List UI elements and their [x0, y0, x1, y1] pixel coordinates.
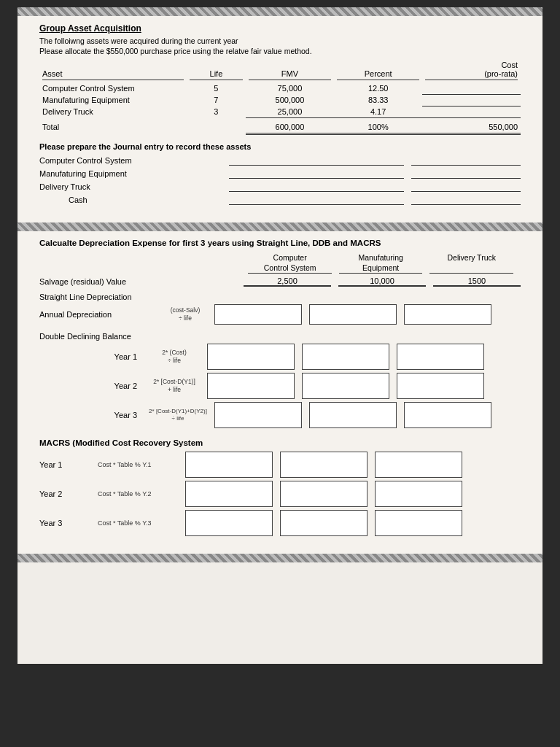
sl-box-3[interactable]: [404, 304, 491, 325]
ddb-y2-box-3[interactable]: [397, 373, 484, 399]
col-header-2: Manufaturing Equipment: [339, 253, 423, 274]
ddb-year3-formula: 2* [Cost-D(Y1)+D(Y2)] ÷ life: [141, 408, 214, 423]
col-header-1: Computer Control System: [248, 253, 332, 274]
ddb-year1-row: Year 1 2* (Cost) ÷ life: [39, 344, 521, 370]
asset-name: Manufaturing Equipment: [39, 94, 187, 106]
journal-row: Computer Control System: [39, 155, 521, 166]
total-fmv: 600,000: [246, 118, 334, 134]
ddb-year1-label: Year 1: [98, 352, 141, 361]
macrs-section: MACRS (Modified Cost Recovery System Yea…: [39, 438, 521, 536]
macrs-y1-box-2[interactable]: [280, 452, 368, 478]
macrs-y2-formula: Cost * Table % Y.2: [98, 490, 185, 498]
macrs-y3-box-2[interactable]: [280, 510, 368, 536]
macrs-y1-label: Year 1: [39, 460, 98, 469]
salvage-label: Salvage (residual) Value: [39, 277, 189, 286]
journal-row: Cash: [39, 195, 521, 205]
salvage-val-2: 10,000: [338, 276, 426, 287]
salvage-values: 2,500 10,000 1500: [244, 276, 521, 287]
ddb-year3-row: Year 3 2* [Cost-D(Y1)+D(Y2)] ÷ life: [39, 402, 521, 428]
macrs-y2-boxes: [185, 481, 521, 507]
section1-title: Group Asset Acquisition: [39, 23, 521, 34]
header-percent: Percent: [334, 60, 422, 82]
macrs-y3-box-3[interactable]: [375, 510, 462, 536]
sl-box-2[interactable]: [309, 304, 397, 325]
col-headers: Computer Control System Manufaturing Equ…: [39, 253, 521, 274]
journal-line2: [411, 195, 521, 205]
macrs-y2-box-1[interactable]: [185, 481, 273, 507]
journal-line1: [229, 169, 404, 179]
macrs-y2-label: Year 2: [39, 489, 98, 498]
macrs-y3-formula: Cost * Table % Y.3: [98, 519, 185, 527]
total-percent: 100%: [334, 118, 422, 134]
sl-box-1[interactable]: [214, 304, 302, 325]
macrs-y3-boxes: [185, 510, 521, 536]
macrs-y1-box-3[interactable]: [375, 452, 462, 478]
ddb-y1-box-2[interactable]: [302, 344, 389, 370]
total-label: Total: [39, 118, 187, 134]
salvage-row: Salvage (residual) Value 2,500 10,000 15…: [39, 276, 521, 287]
journal-title: Please prepare the Journal entry to reco…: [39, 142, 251, 151]
journal-row: Delivery Truck: [39, 182, 521, 192]
asset-life: 5: [187, 82, 246, 94]
journal-line1: [229, 195, 404, 205]
journal-section: Please prepare the Journal entry to reco…: [39, 142, 521, 205]
asset-fmv: 500,000: [246, 94, 334, 106]
sl-formula: (cost-Salv) ÷ life: [156, 306, 214, 322]
ddb-year3-label: Year 3: [98, 411, 141, 419]
asset-percent: 12.50: [334, 82, 422, 94]
journal-row: Manufaturing Equipment: [39, 169, 521, 179]
section1-subtitle1: The folloiwng assets were acquired durin…: [39, 36, 521, 45]
salvage-val-3: 1500: [433, 276, 521, 287]
journal-item-label: Delivery Truck: [39, 182, 229, 191]
top-stripe: [18, 7, 542, 16]
section2-title: Calcualte Depreciation Expense for first…: [39, 239, 521, 247]
macrs-year2-row: Year 2 Cost * Table % Y.2: [39, 481, 521, 507]
ddb-year2-boxes: [207, 373, 484, 399]
ddb-y2-box-1[interactable]: [207, 373, 295, 399]
asset-cost: [422, 82, 521, 94]
sl-label: Straight Line Depreciation: [39, 293, 521, 301]
macrs-y2-box-3[interactable]: [375, 481, 462, 507]
ddb-y2-box-2[interactable]: [302, 373, 389, 399]
asset-fmv: 25,000: [246, 106, 334, 118]
macrs-year1-row: Year 1 Cost * Table % Y.1: [39, 452, 521, 478]
ddb-y3-box-3[interactable]: [404, 402, 491, 428]
ddb-y3-box-2[interactable]: [309, 402, 397, 428]
header-fmv: FMV: [246, 60, 334, 82]
ddb-y1-box-3[interactable]: [397, 344, 484, 370]
ddb-y1-box-1[interactable]: [207, 344, 295, 370]
macrs-title: MACRS (Modified Cost Recovery System: [39, 438, 521, 447]
asset-percent: 83.33: [334, 94, 422, 106]
macrs-y3-box-1[interactable]: [185, 510, 273, 536]
ddb-y3-box-1[interactable]: [214, 402, 302, 428]
ddb-year1-formula: 2* (Cost) ÷ life: [141, 349, 207, 365]
asset-name: Computer Control System: [39, 82, 187, 94]
ddb-year2-formula: 2* [Cost-D(Y1)] + life: [141, 378, 207, 394]
ddb-year2-row: Year 2 2* [Cost-D(Y1)] + life: [39, 373, 521, 399]
macrs-y1-boxes: [185, 452, 521, 478]
asset-cost: [422, 94, 521, 106]
macrs-y1-box-1[interactable]: [185, 452, 273, 478]
asset-table: Asset Life FMV Percent: [39, 60, 521, 135]
ddb-year1-boxes: [207, 344, 484, 370]
total-cost: 550,000: [422, 118, 521, 134]
journal-item-label: Manufaturing Equipment: [39, 169, 229, 178]
section1: Group Asset Acquisition The folloiwng as…: [18, 16, 542, 222]
asset-name: Delivery Truck: [39, 106, 187, 118]
ddb-year3-boxes: [214, 402, 491, 428]
annual-dep-row: Annual Depreciation (cost-Salv) ÷ life: [39, 304, 521, 325]
section2: Calcualte Depreciation Expense for first…: [18, 231, 542, 554]
bottom-stripe: [18, 554, 542, 562]
macrs-y2-box-2[interactable]: [280, 481, 368, 507]
table-row: Delivery Truck 3 25,000 4.17: [39, 106, 521, 118]
header-asset: Asset: [39, 60, 187, 82]
asset-cost: [422, 106, 521, 118]
journal-line1: [229, 182, 404, 192]
sl-boxes: [214, 304, 491, 325]
asset-percent: 4.17: [334, 106, 422, 118]
middle-stripe: [18, 222, 542, 231]
journal-item-label: Computer Control System: [39, 156, 229, 165]
header-life: Life: [187, 60, 246, 82]
asset-fmv: 75,000: [246, 82, 334, 94]
ddb-year2-label: Year 2: [98, 382, 141, 390]
